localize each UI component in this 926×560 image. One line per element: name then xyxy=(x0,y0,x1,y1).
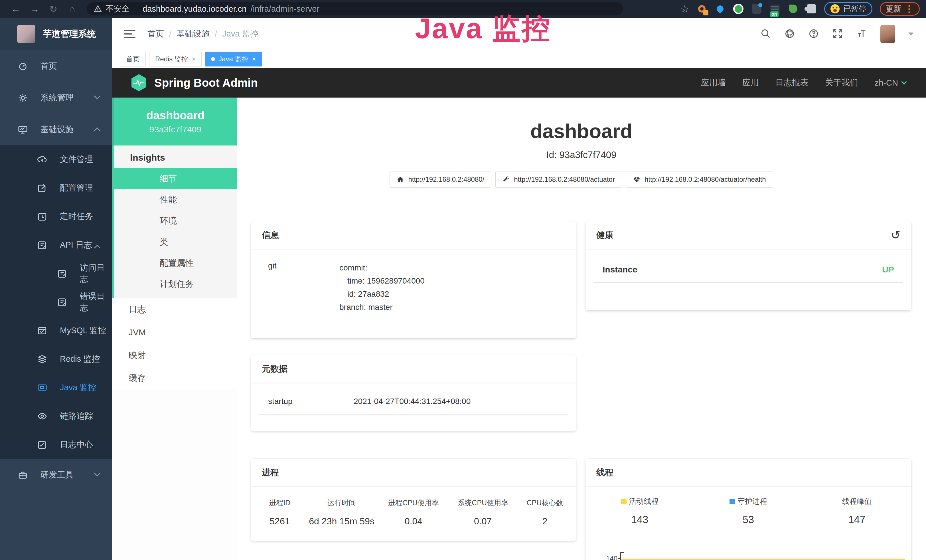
process-col-header: CPU核心数 xyxy=(517,498,572,507)
process-card: 进程 进程ID 5261 运行时间 6d 23h 15m 59s 进程CPU使用… xyxy=(251,459,576,541)
history-icon[interactable]: ↺ xyxy=(891,229,900,241)
instance-links-row: http://192.168.0.2:48080/ http://192.168… xyxy=(237,171,926,188)
sidebar-item-redis-monitor[interactable]: Redis 监控 xyxy=(0,345,112,374)
url-path[interactable]: /infra/admin-server xyxy=(250,4,319,14)
pencil-icon xyxy=(37,440,47,450)
sidebar-item-label: 链路追踪 xyxy=(60,410,93,422)
profile-paused-chip[interactable]: 已暂停 xyxy=(824,2,872,16)
process-table: 进程ID 5261 运行时间 6d 23h 15m 59s 进程CPU使用率 0… xyxy=(251,486,576,527)
sidebar-item-home[interactable]: 首页 xyxy=(0,50,112,82)
paused-label: 已暂停 xyxy=(843,4,866,14)
browser-back-icon[interactable]: ← xyxy=(6,3,25,15)
sba-item-metrics[interactable]: 性能 xyxy=(114,189,237,210)
sba-item-config-props[interactable]: 配置属性 xyxy=(114,253,237,274)
sba-item-details[interactable]: 细节 xyxy=(112,168,237,189)
sba-item-environment[interactable]: 环境 xyxy=(114,210,237,232)
sba-item-classes[interactable]: 类 xyxy=(114,232,237,253)
sidebar-item-scheduled-jobs[interactable]: 定时任务 xyxy=(0,202,112,231)
sidebar-item-api-logs[interactable]: API 日志 xyxy=(0,231,112,259)
browser-forward-icon[interactable]: → xyxy=(25,3,44,15)
sba-item-logs[interactable]: 日志 xyxy=(112,298,237,321)
tab-home[interactable]: 首页 xyxy=(120,51,146,67)
breadcrumb-separator: / xyxy=(215,29,217,39)
extension-icon-switch[interactable]: on xyxy=(769,3,780,14)
sidebar-item-tracing[interactable]: 链路追踪 xyxy=(0,402,112,430)
browser-menu-dots-icon[interactable]: ⋮ xyxy=(905,3,914,14)
sidebar-item-label: Redis 监控 xyxy=(60,353,100,365)
github-icon[interactable] xyxy=(785,29,795,39)
row-divider xyxy=(259,322,568,322)
tab-close-icon[interactable]: × xyxy=(192,55,196,63)
threads-chart: 140 120 100 xyxy=(599,552,905,560)
sba-item-caches[interactable]: 缓存 xyxy=(112,366,237,389)
tag-view-bar: 首页 Redis 监控 × Java 监控 × xyxy=(112,50,926,68)
git-time-line: time: 1596289704000 xyxy=(339,274,425,288)
app-logo-row[interactable]: 芋道管理系统 xyxy=(0,18,112,50)
sba-item-scheduled-tasks[interactable]: 计划任务 xyxy=(114,274,237,295)
hamburger-icon[interactable] xyxy=(124,30,135,38)
fullscreen-icon[interactable] xyxy=(832,29,843,39)
user-avatar[interactable] xyxy=(881,25,895,43)
service-url-button[interactable]: http://192.168.0.2:48080/ xyxy=(390,171,492,188)
tab-redis-monitor[interactable]: Redis 监控 × xyxy=(149,51,202,67)
sidebar-item-java-monitor[interactable]: Java 监控 xyxy=(0,374,112,402)
font-size-icon[interactable] xyxy=(856,29,867,39)
url-host[interactable]: dashboard.yudao.iocoder.cn xyxy=(142,4,247,14)
sidebar-item-infra[interactable]: 基础设施 xyxy=(0,114,112,145)
sba-item-mappings[interactable]: 映射 xyxy=(112,344,237,366)
legend-swatch-active-threads xyxy=(621,499,626,504)
extension-icon-pin[interactable] xyxy=(715,3,726,14)
sidebar-item-error-logs[interactable]: 错误日志 xyxy=(0,288,112,316)
extensions-puzzle-icon[interactable] xyxy=(806,3,817,14)
user-menu-caret-icon[interactable] xyxy=(908,33,914,36)
info-card: 信息 git commit: time: 1596289704000 id: 2… xyxy=(251,221,576,338)
chevron-up-icon xyxy=(94,127,101,134)
tab-java-monitor[interactable]: Java 监控 × xyxy=(205,51,262,67)
extension-icon-grid[interactable] xyxy=(751,3,762,14)
omnibox-divider xyxy=(136,5,136,13)
tab-close-icon[interactable]: × xyxy=(252,55,256,63)
sba-main: dashboard Id: 93a3fc7f7409 http://192.16… xyxy=(237,98,926,560)
health-card-title: 健康 xyxy=(596,229,613,241)
breadcrumb-infra[interactable]: 基础设施 xyxy=(177,28,210,40)
sba-nav-journal[interactable]: 日志报表 xyxy=(775,77,808,88)
layers-icon xyxy=(37,354,47,364)
tab-label: Redis 监控 xyxy=(155,54,188,64)
sba-item-jvm[interactable]: JVM xyxy=(112,321,237,344)
metadata-row-label: startup xyxy=(268,397,354,406)
eye-icon xyxy=(37,411,47,421)
sidebar-item-system[interactable]: 系统管理 xyxy=(0,82,112,114)
sba-language-select[interactable]: zh-CN xyxy=(875,78,906,88)
extension-icon-green-circle[interactable] xyxy=(733,3,744,14)
sba-nav-wallboard[interactable]: 应用墙 xyxy=(701,77,726,88)
extension-icon-leaf[interactable] xyxy=(788,3,799,14)
profile-avatar-emoji xyxy=(830,4,840,14)
sba-header: Spring Boot Admin 应用墙 应用 日志报表 关于我们 zh-CN xyxy=(112,68,926,98)
browser-update-button[interactable]: 更新 ⋮ xyxy=(880,2,920,16)
process-col-value: 6d 23h 15m 59s xyxy=(304,516,379,527)
sidebar-item-config-manage[interactable]: 配置管理 xyxy=(0,174,112,202)
sidebar-item-file-manage[interactable]: 文件管理 xyxy=(0,145,112,174)
extension-icon-orange[interactable] xyxy=(696,3,707,14)
breadcrumb-home[interactable]: 首页 xyxy=(147,28,164,40)
sidebar-item-label: 日志中心 xyxy=(60,439,93,451)
sba-instance-header[interactable]: dashboard 93a3fc7f7409 xyxy=(112,98,237,145)
sba-brand-title[interactable]: Spring Boot Admin xyxy=(154,76,258,89)
sidebar-item-dev-tools[interactable]: 研发工具 xyxy=(0,459,112,491)
breadcrumb: 首页 / 基础设施 / Java 监控 xyxy=(147,28,259,40)
sidebar-item-log-center[interactable]: 日志中心 xyxy=(0,430,112,459)
sba-nav-about[interactable]: 关于我们 xyxy=(825,77,858,88)
health-url-button[interactable]: http://192.168.0.2:48080/actuator/health xyxy=(626,171,773,188)
sidebar-item-label: 定时任务 xyxy=(60,211,93,222)
security-label[interactable]: 不安全 xyxy=(106,3,130,14)
bookmark-star-icon[interactable]: ☆ xyxy=(681,3,689,15)
sidebar-item-mysql-monitor[interactable]: MySQL 监控 xyxy=(0,316,112,345)
search-icon[interactable] xyxy=(761,29,772,39)
help-icon[interactable] xyxy=(808,29,819,39)
breadcrumb-separator: / xyxy=(169,29,171,39)
sidebar-item-access-logs[interactable]: 访问日志 xyxy=(0,259,112,288)
browser-reload-icon[interactable]: ↻ xyxy=(44,3,63,15)
actuator-url-button[interactable]: http://192.168.0.2:48080/actuator xyxy=(495,171,622,188)
sba-nav-applications[interactable]: 应用 xyxy=(742,77,759,88)
browser-home-icon[interactable]: ⌂ xyxy=(63,3,82,15)
